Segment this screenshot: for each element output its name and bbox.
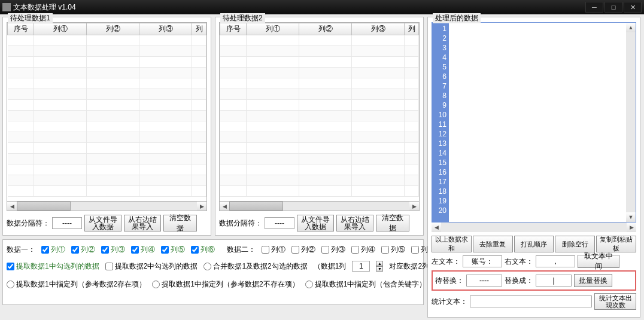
scroll-up-icon[interactable]: ▲	[626, 23, 636, 32]
table-row[interactable]	[8, 164, 206, 175]
data2-clear-button[interactable]: 清空数据	[376, 215, 409, 231]
data2-col4-checkbox[interactable]	[351, 246, 359, 254]
scroll-right-icon[interactable]: ▶	[197, 202, 206, 211]
maximize-button[interactable]: □	[604, 2, 622, 13]
data1-col4-checkbox[interactable]	[131, 246, 139, 254]
data1-col-header[interactable]: 序号	[8, 23, 34, 35]
data1-col-header[interactable]: 列②	[87, 23, 139, 35]
sum-button[interactable]: 以上数据求和	[432, 236, 472, 252]
table-row[interactable]	[8, 132, 206, 143]
merge-col1-input[interactable]	[352, 261, 370, 272]
right-text-input[interactable]	[536, 255, 575, 267]
table-row[interactable]	[220, 57, 419, 68]
data2-col-header[interactable]: 列①	[247, 23, 299, 35]
data1-table[interactable]: 序号 列① 列② 列③ 列	[7, 22, 207, 202]
trim-blank-button[interactable]: 删除空行	[555, 236, 595, 252]
data2-col6-checkbox[interactable]	[411, 246, 419, 254]
table-row[interactable]	[220, 164, 419, 175]
scroll-thumb[interactable]	[17, 202, 71, 211]
data1-col-header[interactable]: 列	[192, 23, 206, 35]
table-row[interactable]	[8, 78, 206, 89]
scroll-down-icon[interactable]: ▼	[626, 212, 636, 222]
data2-col3-checkbox[interactable]	[321, 246, 329, 254]
extract-mid-button[interactable]: 取文本中间	[578, 255, 619, 268]
copy-clipboard-button[interactable]: 复制到粘贴板	[596, 236, 636, 252]
data1-hscrollbar[interactable]: ◀ ▶	[7, 202, 207, 211]
table-row[interactable]	[220, 100, 419, 111]
data2-hscrollbar[interactable]: ◀ ▶	[219, 202, 420, 211]
spin-down-icon[interactable]: ▼	[376, 266, 383, 272]
data2-col-header[interactable]: 列③	[352, 23, 405, 35]
table-row[interactable]	[8, 57, 206, 68]
spin-up-icon[interactable]: ▲	[376, 261, 383, 266]
data1-col3-checkbox[interactable]	[101, 246, 109, 254]
table-row[interactable]	[220, 46, 419, 57]
minimize-button[interactable]: ─	[585, 2, 603, 13]
ref-in-radio[interactable]	[7, 281, 14, 288]
data1-import-file-button[interactable]: 从文件导入数据	[84, 215, 121, 231]
table-row[interactable]	[8, 154, 206, 164]
table-row[interactable]	[8, 111, 206, 121]
keyword-radio[interactable]	[305, 281, 313, 288]
data2-import-right-button[interactable]: 从右边结果导入	[336, 215, 373, 231]
table-row[interactable]	[8, 89, 206, 100]
batch-replace-button[interactable]: 批量替换	[574, 274, 612, 287]
table-row[interactable]	[8, 121, 206, 132]
table-row[interactable]	[220, 78, 419, 89]
data2-col1-checkbox[interactable]	[262, 246, 269, 254]
scroll-left-icon[interactable]: ◀	[432, 223, 441, 232]
table-row[interactable]	[8, 68, 206, 78]
dedup-button[interactable]: 去除重复	[473, 236, 513, 252]
table-row[interactable]	[220, 35, 419, 46]
close-button[interactable]: ✕	[624, 2, 642, 13]
replace-dst-input[interactable]	[536, 275, 572, 287]
table-row[interactable]	[220, 132, 419, 143]
editor-text-area[interactable]	[449, 23, 626, 222]
table-row[interactable]	[8, 175, 206, 186]
table-row[interactable]	[220, 68, 419, 78]
data2-col-header[interactable]: 列	[405, 23, 419, 35]
table-row[interactable]	[8, 143, 206, 154]
data2-col2-checkbox[interactable]	[291, 246, 299, 254]
merge-radio[interactable]	[203, 263, 211, 270]
extract-data1-checkbox[interactable]	[7, 263, 14, 270]
scroll-right-icon[interactable]: ▶	[409, 202, 419, 211]
data1-col1-checkbox[interactable]	[41, 246, 49, 254]
ref-notin-radio[interactable]	[152, 281, 160, 288]
shuffle-button[interactable]: 打乱顺序	[514, 236, 554, 252]
extract-data2-checkbox[interactable]	[105, 263, 113, 270]
table-row[interactable]	[8, 186, 206, 197]
scroll-right-icon[interactable]: ▶	[627, 223, 636, 232]
data1-col-header[interactable]: 列①	[34, 23, 87, 35]
result-editor[interactable]: 1234567891011121314151617181920 ▲ ▼	[432, 22, 636, 223]
data1-col2-checkbox[interactable]	[71, 246, 79, 254]
left-text-input[interactable]	[463, 255, 502, 267]
data1-col5-checkbox[interactable]	[161, 246, 169, 254]
data1-import-right-button[interactable]: 从右边结果导入	[124, 215, 161, 231]
table-row[interactable]	[220, 175, 419, 186]
table-row[interactable]	[8, 100, 206, 111]
data2-separator-input[interactable]	[265, 217, 294, 229]
data1-clear-button[interactable]: 清空数据	[163, 215, 197, 231]
scroll-thumb[interactable]	[229, 202, 283, 211]
table-row[interactable]	[220, 121, 419, 132]
table-row[interactable]	[220, 143, 419, 154]
data1-col6-checkbox[interactable]	[191, 246, 199, 254]
stat-text-input[interactable]	[470, 295, 592, 307]
stat-count-button[interactable]: 统计文本出现次数	[594, 293, 636, 310]
table-row[interactable]	[220, 111, 419, 121]
scroll-left-icon[interactable]: ◀	[220, 202, 229, 211]
table-row[interactable]	[220, 154, 419, 164]
data2-import-file-button[interactable]: 从文件导入数据	[297, 215, 334, 231]
table-row[interactable]	[220, 89, 419, 100]
data2-table[interactable]: 序号 列① 列② 列③ 列	[219, 22, 420, 202]
table-row[interactable]	[220, 186, 419, 197]
data2-col-header[interactable]: 列②	[299, 23, 352, 35]
data1-separator-input[interactable]	[52, 217, 82, 229]
replace-src-input[interactable]	[466, 275, 502, 287]
table-row[interactable]	[8, 35, 206, 46]
data1-col-header[interactable]: 列③	[139, 23, 192, 35]
result-hscrollbar[interactable]: ◀ ▶	[432, 223, 636, 232]
data2-col-header[interactable]: 序号	[220, 23, 247, 35]
data2-col5-checkbox[interactable]	[381, 246, 389, 254]
